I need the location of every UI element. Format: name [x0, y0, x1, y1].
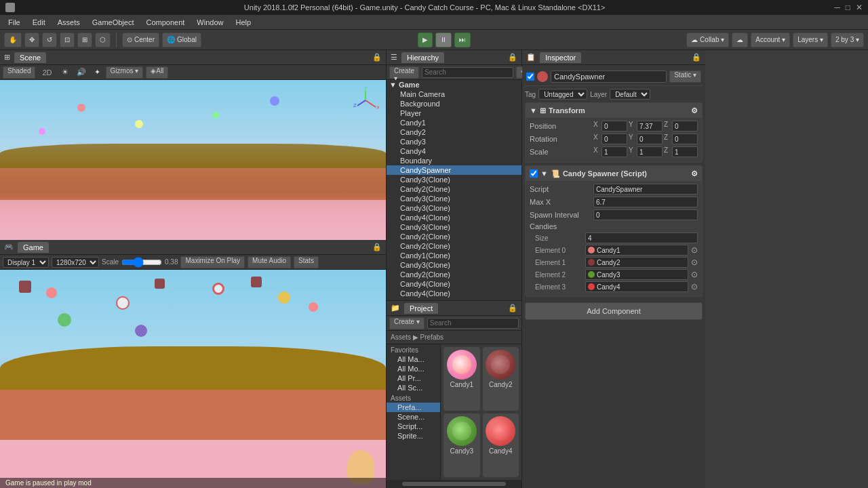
layer-select[interactable]: Default	[610, 89, 650, 100]
collab-button[interactable]: ☁ Collab ▾	[686, 33, 729, 47]
scale-y-field[interactable]: 1	[637, 146, 663, 157]
hierarchy-item-candy3-clone-1[interactable]: Candy3(Clone)	[387, 175, 521, 184]
cloud-button[interactable]: ☁	[732, 33, 748, 47]
hierarchy-tab[interactable]: Hierarchy	[401, 52, 444, 63]
inspector-lock[interactable]: 🔒	[692, 53, 701, 62]
menu-assets[interactable]: Assets	[52, 17, 85, 28]
stats-button[interactable]: Stats	[294, 256, 319, 268]
window-controls[interactable]: ─ □ ✕	[834, 3, 863, 12]
menu-component[interactable]: Component	[140, 17, 190, 28]
resolution-select[interactable]: 868x488	[52, 257, 99, 268]
project-lock[interactable]: 🔒	[508, 304, 517, 312]
tool-hand[interactable]: ✋	[4, 33, 22, 47]
element0-field[interactable]: Candy1	[585, 245, 688, 256]
hierarchy-item-candy2[interactable]: Candy2	[387, 127, 521, 137]
hierarchy-item-candy3-clone-5[interactable]: Candy3(Clone)	[387, 260, 521, 270]
close-button[interactable]: ✕	[856, 3, 863, 12]
shaded-button[interactable]: Shaded	[3, 66, 35, 79]
scene-audio-button[interactable]: 🔊	[74, 68, 89, 77]
scene-fx-button[interactable]: ✦	[92, 68, 103, 77]
project-item-all-prefabs[interactable]: All Pr...	[387, 373, 440, 383]
project-item-sprites[interactable]: Sprite...	[387, 431, 440, 441]
element1-field[interactable]: Candy2	[585, 257, 688, 268]
object-active-checkbox[interactable]	[526, 73, 534, 81]
project-item-all-models[interactable]: All Mo...	[387, 364, 440, 373]
scene-view[interactable]: X Y Z	[0, 80, 386, 240]
project-tab[interactable]: Project	[404, 303, 438, 314]
menu-window[interactable]: Window	[191, 17, 229, 28]
position-z-field[interactable]: 0	[672, 121, 698, 131]
hierarchy-item-candy4[interactable]: Candy4	[387, 146, 521, 156]
project-item-prefabs[interactable]: Prefa...	[387, 403, 440, 412]
layers-button[interactable]: Layers ▾	[793, 33, 828, 47]
hierarchy-item-candy2-clone-4[interactable]: Candy2(Clone)	[387, 270, 521, 279]
tool-scale[interactable]: ⊡	[60, 33, 75, 47]
project-create-button[interactable]: Create ▾	[389, 317, 425, 329]
element1-circle-btn[interactable]: ⊙	[691, 258, 698, 267]
candy1-thumb[interactable]: Candy1	[443, 347, 480, 411]
rotation-y-field[interactable]: 0	[637, 134, 663, 144]
add-component-button[interactable]: Add Component	[525, 302, 703, 320]
hierarchy-item-candy3-clone-3[interactable]: Candy3(Clone)	[387, 203, 521, 213]
pivot-center-button[interactable]: ⊙ Center	[122, 33, 159, 47]
gizmos-button[interactable]: Gizmos ▾	[106, 66, 144, 79]
scene-2d-button[interactable]: 2D	[38, 68, 56, 77]
project-search-input[interactable]	[427, 318, 519, 329]
hierarchy-item-candy2-clone-1[interactable]: Candy2(Clone)	[387, 184, 521, 194]
rotation-z-field[interactable]: 0	[672, 134, 698, 144]
hierarchy-item-candy1[interactable]: Candy1	[387, 118, 521, 127]
candy2-thumb[interactable]: Candy2	[483, 347, 519, 411]
hierarchy-item-candy3-clone-2[interactable]: Candy3(Clone)	[387, 194, 521, 203]
menu-gameobject[interactable]: GameObject	[87, 17, 140, 28]
max-x-field[interactable]: 6.7	[593, 197, 698, 207]
menu-edit[interactable]: Edit	[27, 17, 51, 28]
inspector-tab[interactable]: Inspector	[540, 52, 581, 63]
hierarchy-item-background[interactable]: Background	[387, 99, 521, 108]
scene-tab[interactable]: Scene	[14, 52, 46, 63]
all-button[interactable]: ◈All	[146, 66, 168, 79]
project-item-all-scripts[interactable]: All Sc...	[387, 383, 440, 392]
tool-transform[interactable]: ⬡	[95, 33, 111, 47]
hierarchy-item-candy4-clone-3[interactable]: Candy4(Clone)	[387, 289, 521, 298]
layout-button[interactable]: 2 by 3 ▾	[831, 33, 864, 47]
pause-button[interactable]: ⏸	[435, 33, 452, 47]
minimize-button[interactable]: ─	[834, 3, 840, 12]
tool-rect[interactable]: ⊞	[77, 33, 92, 47]
candy3-thumb[interactable]: Candy3	[443, 413, 480, 477]
pivot-global-button[interactable]: 🌐 Global	[162, 33, 201, 47]
hierarchy-item-candy4-clone-2[interactable]: Candy4(Clone)	[387, 279, 521, 289]
game-view[interactable]: Game is paused in play mod	[0, 270, 386, 488]
hierarchy-lock[interactable]: 🔒	[508, 53, 517, 62]
scene-light-button[interactable]: ☀	[59, 68, 71, 77]
size-field[interactable]: 4	[585, 232, 698, 243]
hierarchy-item-player[interactable]: Player	[387, 108, 521, 118]
transform-header[interactable]: ▼ ⊞ Transform ⚙	[526, 103, 702, 118]
game-tab[interactable]: Game	[18, 242, 49, 253]
element2-circle-btn[interactable]: ⊙	[691, 270, 698, 279]
menu-help[interactable]: Help	[230, 17, 256, 28]
hierarchy-item-candy2-clone-3[interactable]: Candy2(Clone)	[387, 241, 521, 251]
project-item-all-materials[interactable]: All Ma...	[387, 354, 440, 364]
element3-field[interactable]: Candy4	[585, 281, 688, 292]
scale-slider[interactable]	[121, 258, 162, 267]
hierarchy-item-game[interactable]: ▼ Game	[387, 80, 521, 89]
element0-circle-btn[interactable]: ⊙	[691, 245, 698, 255]
scene-panel-lock[interactable]: 🔒	[372, 53, 382, 62]
candy-spawner-settings-icon[interactable]: ⚙	[691, 169, 698, 178]
tool-move[interactable]: ✥	[24, 33, 39, 47]
project-scrollbar[interactable]	[387, 480, 521, 488]
hierarchy-item-candy4-clone-1[interactable]: Candy4(Clone)	[387, 213, 521, 222]
play-button[interactable]: ▶	[418, 33, 433, 47]
hierarchy-item-candy4-clone-4[interactable]: Candy4(Clone)	[387, 298, 521, 300]
script-field[interactable]: CandySpawner	[593, 184, 698, 195]
mute-audio-button[interactable]: Mute Audio	[248, 256, 291, 268]
candy4-thumb[interactable]: Candy4	[483, 413, 519, 477]
hierarchy-item-main-camera[interactable]: Main Camera	[387, 89, 521, 99]
maximize-button[interactable]: □	[846, 3, 850, 12]
spawn-interval-field[interactable]: 0	[593, 209, 698, 220]
tag-select[interactable]: Untagged	[538, 89, 587, 100]
hierarchy-item-candy2-clone-2[interactable]: Candy2(Clone)	[387, 232, 521, 241]
maximize-on-play-button[interactable]: Maximize On Play	[180, 256, 245, 268]
game-panel-lock[interactable]: 🔒	[372, 243, 382, 251]
hierarchy-item-candy3[interactable]: Candy3	[387, 137, 521, 146]
